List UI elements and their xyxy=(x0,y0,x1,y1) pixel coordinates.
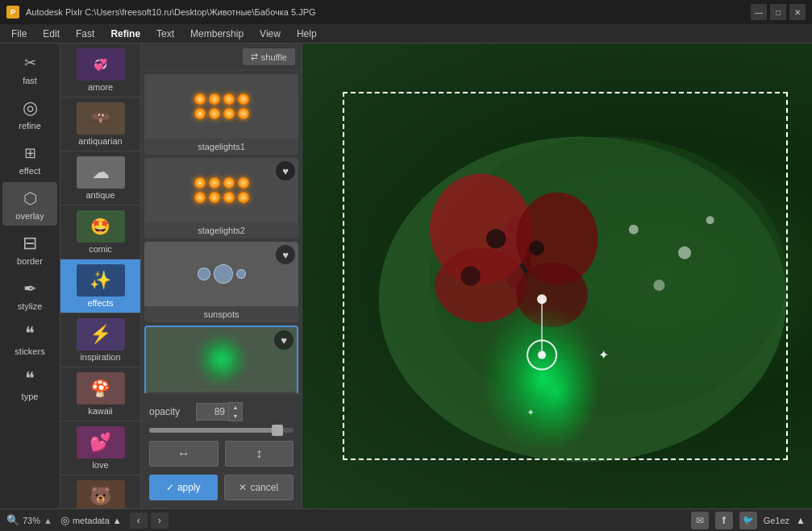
opacity-slider-thumb[interactable] xyxy=(272,425,283,436)
category-love[interactable]: 💕 love xyxy=(60,421,140,475)
tool-stylize[interactable]: ✒ stylize xyxy=(2,272,57,316)
stylize-icon: ✒ xyxy=(19,277,41,300)
effect-stagelights2[interactable]: ♥ stagelights2 xyxy=(144,158,298,239)
category-marks[interactable]: 🐻 marks xyxy=(60,475,140,508)
prev-button[interactable]: ‹ xyxy=(130,512,148,529)
apply-label: apply xyxy=(177,482,201,493)
minimize-button[interactable]: — xyxy=(751,4,767,20)
cancel-button[interactable]: ✕ cancel xyxy=(224,475,294,500)
twitter-icon[interactable]: 🐦 xyxy=(739,512,757,529)
canvas-area[interactable]: ✦ ✦ xyxy=(302,44,812,508)
love-preview: 💕 xyxy=(77,426,125,458)
effects-list: stagelights1 ♥ stagelights2 ♥ xyxy=(141,71,302,393)
sunspots-preview: ♥ xyxy=(144,242,298,306)
tool-fast-label: fast xyxy=(23,76,37,85)
fast-icon: ✂ xyxy=(19,52,41,74)
canvas-background: ✦ ✦ xyxy=(302,44,812,508)
effect-icon: ⊞ xyxy=(19,142,41,164)
tool-effect[interactable]: ⊞ effect xyxy=(2,137,57,180)
cancel-label: cancel xyxy=(250,482,278,493)
tool-stickers[interactable]: ❝ stickers xyxy=(2,317,57,361)
inspiration-label: inspiration xyxy=(80,352,120,362)
controls-section: opacity ▲ ▼ ↔ xyxy=(141,393,302,508)
stagelights2-label: stagelights2 xyxy=(144,222,298,239)
effect-sunspots[interactable]: ♥ sunspots xyxy=(144,242,298,322)
shuffle-label: shuffle xyxy=(261,52,287,62)
next-button[interactable]: › xyxy=(151,512,169,529)
menu-view[interactable]: View xyxy=(252,26,289,42)
user-caret[interactable]: ▲ xyxy=(796,515,806,526)
metadata-label: metadata xyxy=(73,516,110,525)
tool-refine[interactable]: ◎ refine xyxy=(2,92,57,135)
effects-label: effects xyxy=(87,298,113,308)
wizardry-preview: ♥ xyxy=(146,327,297,392)
effects-panel: ⇄ shuffle stagelights1 ♥ xyxy=(141,44,302,508)
menu-refine[interactable]: Refine xyxy=(102,26,148,42)
wizardry-heart-button[interactable]: ♥ xyxy=(274,330,294,350)
metadata-upload-icon[interactable]: ▲ xyxy=(113,516,122,525)
tool-border[interactable]: ⊟ border xyxy=(2,227,57,271)
sunspots-heart-button[interactable]: ♥ xyxy=(276,245,295,264)
zoom-control: 🔍 73% ▲ xyxy=(6,514,52,526)
search-icon: 🔍 xyxy=(6,514,19,526)
apply-button[interactable]: ✓ apply xyxy=(149,475,218,500)
opacity-slider-track[interactable] xyxy=(149,428,294,433)
comic-label: comic xyxy=(89,244,112,254)
tool-overlay[interactable]: ⬡ overlay xyxy=(2,182,57,226)
kawaii-preview: 🍄 xyxy=(77,372,125,404)
facebook-icon[interactable]: f xyxy=(715,512,733,529)
statusbar: 🔍 73% ▲ ◎ metadata ▲ ‹ › ✉ f 🐦 Ge1ez ▲ xyxy=(0,508,812,531)
flip-vertical-icon: ↕ xyxy=(256,446,262,461)
effects-header: ⇄ shuffle xyxy=(141,44,302,71)
marks-preview: 🐻 xyxy=(77,480,125,508)
tool-stylize-label: stylize xyxy=(18,301,43,311)
opacity-row: opacity ▲ ▼ xyxy=(149,402,294,421)
shuffle-button[interactable]: ⇄ shuffle xyxy=(243,48,295,65)
menu-edit[interactable]: Edit xyxy=(35,26,68,42)
menu-text[interactable]: Text xyxy=(148,26,182,42)
effects-preview: ✨ xyxy=(77,264,125,297)
stagelights2-preview: ♥ xyxy=(144,158,298,222)
flip-vertical-button[interactable]: ↕ xyxy=(225,441,294,467)
maximize-button[interactable]: □ xyxy=(770,4,786,20)
check-icon: ✓ xyxy=(166,482,174,493)
opacity-control: ▲ ▼ xyxy=(196,402,243,421)
titlebar: P Autodesk Pixlr C:\Users\freesoft10.ru\… xyxy=(0,0,812,24)
category-effects[interactable]: ✨ effects xyxy=(60,259,140,313)
kawaii-label: kawaii xyxy=(88,406,113,416)
tool-type[interactable]: ❝ type xyxy=(2,363,57,406)
category-sidebar: 💞 amore 🦇 antiquarian ☁ antique 🤩 comic … xyxy=(60,44,141,508)
menu-help[interactable]: Help xyxy=(289,26,325,42)
tool-effect-label: effect xyxy=(19,166,41,176)
overlay-icon: ⬡ xyxy=(19,187,41,209)
opacity-spin-down[interactable]: ▼ xyxy=(229,412,242,421)
slider-row xyxy=(149,428,294,433)
sunspots-label: sunspots xyxy=(144,306,298,322)
category-comic[interactable]: 🤩 comic xyxy=(60,205,140,259)
flip-horizontal-button[interactable]: ↔ xyxy=(149,441,219,467)
stagelights2-heart-button[interactable]: ♥ xyxy=(276,161,295,180)
opacity-spin-up[interactable]: ▲ xyxy=(229,403,242,412)
opacity-slider-fill xyxy=(149,428,277,433)
window-title: Autodesk Pixlr C:\Users\freesoft10.ru\De… xyxy=(26,7,744,17)
email-icon[interactable]: ✉ xyxy=(691,512,709,529)
menu-membership[interactable]: Membership xyxy=(182,26,252,42)
category-antiquarian[interactable]: 🦇 antiquarian xyxy=(60,97,140,151)
zoom-caret[interactable]: ▲ xyxy=(44,516,52,525)
action-row: ✓ apply ✕ cancel xyxy=(149,475,294,500)
tool-fast[interactable]: ✂ fast xyxy=(2,47,57,90)
close-button[interactable]: ✕ xyxy=(789,4,806,20)
border-icon: ⊟ xyxy=(19,232,41,255)
category-antique[interactable]: ☁ antique xyxy=(60,151,140,205)
menu-fast[interactable]: Fast xyxy=(68,26,102,42)
effect-stagelights1[interactable]: stagelights1 xyxy=(144,74,298,155)
effect-wizardry[interactable]: ♥ wizardry xyxy=(144,326,298,393)
menu-file[interactable]: File xyxy=(3,26,35,42)
metadata-control: ◎ metadata ▲ xyxy=(60,514,122,526)
category-kawaii[interactable]: 🍄 kawaii xyxy=(60,367,140,421)
category-amore[interactable]: 💞 amore xyxy=(60,44,140,97)
opacity-input[interactable] xyxy=(196,403,228,421)
antiquarian-preview: 🦇 xyxy=(77,102,125,135)
category-inspiration[interactable]: ⚡ inspiration xyxy=(60,313,140,367)
opacity-spinners: ▲ ▼ xyxy=(228,402,243,421)
